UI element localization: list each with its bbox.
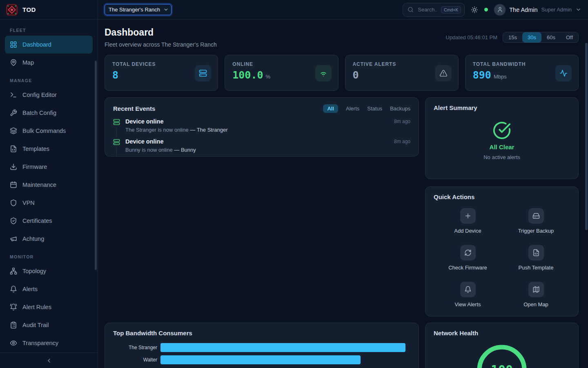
sidebar-item-label: Config Editor <box>22 92 57 98</box>
check-circle-icon <box>492 121 511 140</box>
event-device-name: — The Stranger <box>190 127 227 133</box>
main-scrollbar-thumb[interactable] <box>585 43 588 230</box>
sidebar-item-topology[interactable]: Topology <box>5 262 93 280</box>
sidebar-item-transparency[interactable]: Transparency <box>5 334 93 352</box>
page-title: Dashboard <box>105 27 217 38</box>
chart-category-label: Walter <box>113 357 160 363</box>
page-header-left: Dashboard Fleet overview across The Stra… <box>105 27 217 48</box>
sidebar-item-label: Achtung <box>22 236 44 242</box>
tab-alerts[interactable]: Alerts <box>346 105 359 112</box>
refresh-interval-control: 15s 30s 60s Off <box>503 32 579 43</box>
layout-dashboard-icon <box>10 41 17 48</box>
sidebar-item-vpn[interactable]: VPN <box>5 194 93 212</box>
fleet-selector[interactable]: The Stranger's Ranch <box>105 4 172 15</box>
sidebar-item-alerts[interactable]: Alerts <box>5 280 93 298</box>
refresh-option-30s[interactable]: 30s <box>522 32 541 43</box>
sidebar-item-label: Firmware <box>22 164 47 170</box>
search-input[interactable] <box>417 6 438 13</box>
search-box[interactable]: Cmd+K <box>403 3 465 17</box>
sidebar-item-label: Certificates <box>22 218 52 224</box>
plus-icon <box>460 208 476 224</box>
refresh-icon <box>460 245 476 260</box>
wrench-icon <box>10 109 17 117</box>
bell-icon <box>10 285 17 293</box>
recent-events-title: Recent Events <box>113 105 155 112</box>
search-icon <box>408 7 414 13</box>
quick-actions-title: Quick Actions <box>434 193 474 200</box>
hard-drive-icon <box>528 208 544 224</box>
bell-icon <box>460 282 476 297</box>
sidebar-item-batch-config[interactable]: Batch Config <box>5 104 93 122</box>
stat-card-active-alerts: ACTIVE ALERTS 0 <box>345 55 459 91</box>
tab-status[interactable]: Status <box>367 105 382 112</box>
stat-card-total-bandwidth: TOTAL BANDWIDTH 890 Mbps <box>465 55 579 91</box>
stat-value: 0 <box>353 70 359 80</box>
sidebar-item-label: Alert Rules <box>22 304 51 310</box>
sidebar-scrollbar-thumb[interactable] <box>95 61 97 270</box>
sidebar-item-maintenance[interactable]: Maintenance <box>5 176 93 194</box>
stat-value: 100.0 <box>232 70 263 80</box>
server-icon <box>113 119 120 126</box>
open-map-button[interactable]: Open Map <box>502 282 570 307</box>
add-device-button[interactable]: Add Device <box>434 208 502 234</box>
sidebar-item-label: Topology <box>22 268 46 274</box>
topbar-right: Cmd+K The Admin Super Admin <box>403 3 581 17</box>
timeline-connector <box>116 128 117 137</box>
event-description: The Stranger is now online — The Strange… <box>125 127 410 133</box>
sidebar-item-config-editor[interactable]: Config Editor <box>5 86 93 104</box>
shield-check-icon <box>10 217 17 224</box>
refresh-option-off[interactable]: Off <box>561 32 578 43</box>
refresh-option-60s[interactable]: 60s <box>541 32 561 43</box>
sidebar-item-audit-trail[interactable]: Audit Trail <box>5 316 93 334</box>
theme-toggle-button[interactable] <box>471 6 478 13</box>
activity-icon <box>555 65 572 81</box>
quick-actions-panel: Quick Actions Add Device <box>425 186 579 316</box>
stat-card-total-devices: TOTAL DEVICES 8 <box>105 55 218 91</box>
sidebar-nav: FLEET Dashboard Map MANAGE Config Editor <box>0 20 98 352</box>
avatar <box>494 4 506 16</box>
sidebar-item-bulk-commands[interactable]: Bulk Commands <box>5 122 93 140</box>
event-title: Device online <box>125 138 163 145</box>
sidebar-collapse-bar <box>0 352 98 368</box>
sidebar-item-alert-rules[interactable]: Alert Rules <box>5 298 93 316</box>
download-icon <box>10 163 17 171</box>
sidebar-item-label: Maintenance <box>22 182 56 188</box>
check-firmware-button[interactable]: Check Firmware <box>434 245 502 271</box>
event-device-name: — Bunny <box>174 147 196 153</box>
network-health-value: 100 <box>491 363 513 368</box>
map-icon <box>528 282 544 297</box>
user-icon <box>497 7 503 13</box>
sidebar-item-label: Templates <box>22 146 49 152</box>
sidebar-item-map[interactable]: Map <box>5 54 93 72</box>
bandwidth-chart: The Stranger Walter <box>113 343 410 364</box>
sidebar-item-label: VPN <box>22 200 35 206</box>
sidebar-item-firmware[interactable]: Firmware <box>5 158 93 176</box>
connection-status-dot <box>484 8 488 11</box>
stats-row: TOTAL DEVICES 8 ONLINE 100.0 % <box>105 55 579 91</box>
push-template-button[interactable]: Push Template <box>502 245 570 271</box>
event-row: Device online 8m ago The Stranger is now… <box>113 118 410 133</box>
map-pin-icon <box>10 59 17 66</box>
alert-detail-text: No active alerts <box>483 154 520 160</box>
left-column-spacer <box>105 157 419 323</box>
chart-track <box>160 343 410 352</box>
user-menu[interactable]: The Admin Super Admin <box>494 4 581 16</box>
sidebar-item-certificates[interactable]: Certificates <box>5 212 93 230</box>
chart-row: The Stranger <box>113 343 410 352</box>
network-health-title: Network Health <box>434 330 478 337</box>
tab-all[interactable]: All <box>323 104 338 113</box>
chart-bar <box>160 343 405 352</box>
view-alerts-button[interactable]: View Alerts <box>434 282 502 307</box>
sidebar-item-templates[interactable]: Templates <box>5 140 93 158</box>
sidebar-header: TOD <box>0 0 98 20</box>
bandwidth-chart-title: Top Bandwidth Consumers <box>113 330 192 337</box>
chevron-left-icon[interactable] <box>46 357 52 364</box>
user-role: Super Admin <box>541 7 572 13</box>
user-name: The Admin <box>509 7 537 13</box>
sidebar-item-achtung[interactable]: Achtung <box>5 230 93 248</box>
refresh-option-15s[interactable]: 15s <box>503 32 522 43</box>
trigger-backup-button[interactable]: Trigger Backup <box>502 208 570 234</box>
tab-backups[interactable]: Backups <box>390 105 410 112</box>
content-left-column: Recent Events All Alerts Status Backups <box>105 97 419 368</box>
sidebar-item-dashboard[interactable]: Dashboard <box>5 36 93 54</box>
